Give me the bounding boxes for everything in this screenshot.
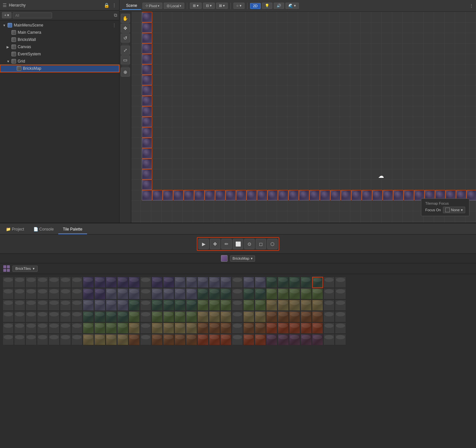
tile-cell-4-26[interactable]: [301, 323, 312, 334]
tile-cell-5-28[interactable]: [323, 334, 335, 345]
tile-cell-3-11[interactable]: [129, 311, 140, 322]
tile-cell-4-12[interactable]: [140, 323, 151, 334]
tile-cell-2-7[interactable]: [83, 300, 94, 311]
tile-cell-5-26[interactable]: [301, 334, 312, 345]
tile-cell-3-25[interactable]: [289, 311, 300, 322]
tile-cell-4-8[interactable]: [94, 323, 105, 334]
tile-cell-4-16[interactable]: [186, 323, 197, 334]
tile-cell-1-7[interactable]: [83, 288, 94, 299]
palette-flood-fill-button[interactable]: ⬡: [267, 239, 278, 249]
tile-cell-5-25[interactable]: [289, 334, 300, 345]
tile-cell-3-17[interactable]: [197, 311, 209, 322]
tile-cell-5-29[interactable]: [335, 334, 346, 345]
tile-cell-3-1[interactable]: [14, 311, 25, 322]
tile-cell-4-0[interactable]: [3, 323, 14, 334]
tile-cell-0-14[interactable]: [163, 277, 174, 288]
tile-cell-3-13[interactable]: [152, 311, 163, 322]
tile-cell-2-4[interactable]: [48, 300, 60, 311]
tile-cell-0-15[interactable]: [174, 277, 186, 288]
rect-tool-button[interactable]: ▭: [121, 55, 130, 65]
tile-cell-5-22[interactable]: [255, 334, 266, 345]
tile-cell-5-1[interactable]: [14, 334, 25, 345]
tile-cell-4-27[interactable]: [312, 323, 323, 334]
palette-eyedropper-button[interactable]: ⊙: [244, 239, 255, 249]
tile-cell-0-13[interactable]: [152, 277, 163, 288]
tile-cell-4-29[interactable]: [335, 323, 346, 334]
tile-cell-1-26[interactable]: [301, 288, 312, 299]
tile-cell-0-26[interactable]: [301, 277, 312, 288]
tile-cell-2-16[interactable]: [186, 300, 197, 311]
tile-cell-0-6[interactable]: [71, 277, 82, 288]
item-menu-main-menu-scene[interactable]: ⋮: [112, 23, 117, 28]
scene-tab[interactable]: Scene: [122, 2, 141, 10]
tile-cell-3-9[interactable]: [106, 311, 117, 322]
tile-cell-3-18[interactable]: [209, 311, 220, 322]
tile-cell-4-2[interactable]: [26, 323, 37, 334]
tile-cell-0-9[interactable]: [106, 277, 117, 288]
tile-cell-2-8[interactable]: [94, 300, 105, 311]
tile-cell-2-14[interactable]: [163, 300, 174, 311]
tile-cell-4-3[interactable]: [37, 323, 48, 334]
tile-cell-3-0[interactable]: [3, 311, 14, 322]
tileset-dropdown[interactable]: BrickTiles ▾: [12, 266, 38, 272]
tile-cell-2-6[interactable]: [71, 300, 82, 311]
tile-cell-0-16[interactable]: [186, 277, 197, 288]
tile-cell-0-4[interactable]: [48, 277, 60, 288]
tile-cell-3-26[interactable]: [301, 311, 312, 322]
rulers-button[interactable]: ⊠ ▾: [216, 3, 228, 9]
tile-cell-5-2[interactable]: [26, 334, 37, 345]
tile-cell-3-21[interactable]: [243, 311, 254, 322]
tile-cell-3-16[interactable]: [186, 311, 197, 322]
hierarchy-item-grid[interactable]: ▼ Grid: [0, 58, 119, 65]
tile-cell-0-22[interactable]: [255, 277, 266, 288]
tile-cell-2-27[interactable]: [312, 300, 323, 311]
palette-move-button[interactable]: ✥: [210, 239, 220, 249]
tile-cell-5-23[interactable]: [266, 334, 277, 345]
tile-cell-3-6[interactable]: [71, 311, 82, 322]
tile-cell-4-25[interactable]: [289, 323, 300, 334]
tile-cell-1-22[interactable]: [255, 288, 266, 299]
tile-cell-0-0[interactable]: [3, 277, 14, 288]
tile-cell-1-5[interactable]: [60, 288, 71, 299]
tile-cell-3-19[interactable]: [220, 311, 231, 322]
tile-cell-1-4[interactable]: [48, 288, 60, 299]
tile-cell-1-24[interactable]: [278, 288, 289, 299]
tile-cell-2-2[interactable]: [26, 300, 37, 311]
tile-cell-2-18[interactable]: [209, 300, 220, 311]
tile-cell-0-24[interactable]: [278, 277, 289, 288]
tile-cell-2-17[interactable]: [197, 300, 209, 311]
tile-cell-0-10[interactable]: [117, 277, 128, 288]
tile-cell-0-12[interactable]: [140, 277, 151, 288]
tile-cell-0-23[interactable]: [266, 277, 277, 288]
tile-cell-4-22[interactable]: [255, 323, 266, 334]
tile-cell-3-8[interactable]: [94, 311, 105, 322]
tile-cell-0-7[interactable]: [83, 277, 94, 288]
tile-cell-3-23[interactable]: [266, 311, 277, 322]
tile-cell-2-21[interactable]: [243, 300, 254, 311]
tile-cell-1-3[interactable]: [37, 288, 48, 299]
tile-cell-5-9[interactable]: [106, 334, 117, 345]
tile-cell-1-15[interactable]: [174, 288, 186, 299]
tile-cell-1-8[interactable]: [94, 288, 105, 299]
scale-tool-button[interactable]: ⤢: [121, 46, 130, 55]
tile-cell-2-19[interactable]: [220, 300, 231, 311]
scene-options-icon[interactable]: ⋮: [469, 4, 473, 8]
tile-cell-4-7[interactable]: [83, 323, 94, 334]
tile-cell-2-15[interactable]: [174, 300, 186, 311]
tile-cell-0-5[interactable]: [60, 277, 71, 288]
tile-cell-0-28[interactable]: [323, 277, 335, 288]
tile-cell-3-7[interactable]: [83, 311, 94, 322]
tile-cell-1-27[interactable]: [312, 288, 323, 299]
tile-cell-0-29[interactable]: [335, 277, 346, 288]
tile-cell-5-18[interactable]: [209, 334, 220, 345]
tile-cell-3-12[interactable]: [140, 311, 151, 322]
tile-cell-4-9[interactable]: [106, 323, 117, 334]
palette-select-button[interactable]: ▶: [198, 239, 209, 249]
tile-cell-5-15[interactable]: [174, 334, 186, 345]
tile-cell-2-25[interactable]: [289, 300, 300, 311]
tile-cell-5-14[interactable]: [163, 334, 174, 345]
gizmos-button[interactable]: ○ ▾: [233, 3, 245, 9]
tile-cell-5-17[interactable]: [197, 334, 209, 345]
tile-cell-5-13[interactable]: [152, 334, 163, 345]
tile-cell-0-1[interactable]: [14, 277, 25, 288]
